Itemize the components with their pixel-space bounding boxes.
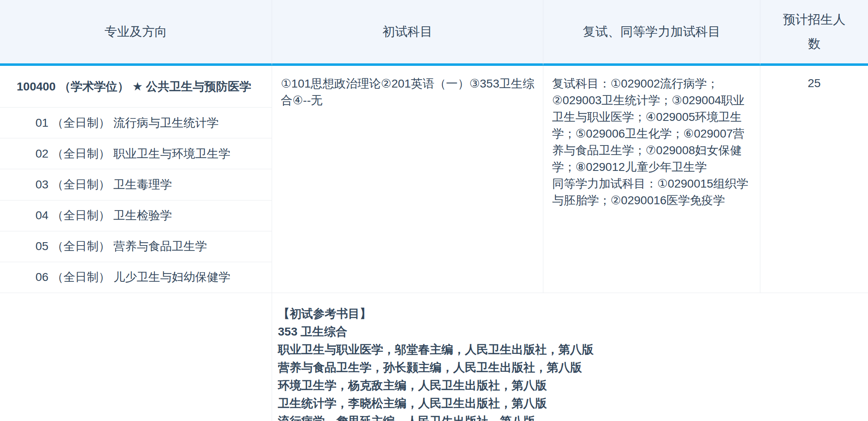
- direction-row-04: 04 （全日制） 卫生检验学: [0, 200, 272, 231]
- planned-enrollment-value: 25: [807, 77, 820, 90]
- table-body-row: 100400 （学术学位） ★ 公共卫生与预防医学 01 （全日制） 流行病与卫…: [0, 66, 868, 293]
- header-cell-initial-exam: 初试科目: [272, 0, 543, 66]
- program-title-row: 100400 （学术学位） ★ 公共卫生与预防医学: [0, 66, 272, 108]
- reference-book-line: 营养与食品卫生学，孙长颢主编，人民卫生出版社，第八版: [278, 358, 860, 376]
- reference-book-line: 流行病学，詹思延主编，人民卫生出版社，第八版。: [278, 412, 860, 421]
- header-cell-enrollment: 预计招生人数: [760, 0, 868, 66]
- reference-book-line: 环境卫生学，杨克敌主编，人民卫生出版社，第八版: [278, 376, 860, 394]
- reference-books-row: 【初试参考书目】 353 卫生综合 职业卫生与职业医学，邬堂春主编，人民卫生出版…: [0, 293, 868, 421]
- initial-exam-text: ①101思想政治理论②201英语（一）③353卫生综合④--无: [281, 75, 535, 109]
- reference-book-line: 卫生统计学，李晓松主编，人民卫生出版社，第八版: [278, 394, 860, 412]
- column-major-directions: 100400 （学术学位） ★ 公共卫生与预防医学 01 （全日制） 流行病与卫…: [0, 66, 272, 293]
- reference-books-cell: 【初试参考书目】 353 卫生综合 职业卫生与职业医学，邬堂春主编，人民卫生出版…: [272, 293, 868, 421]
- reference-books-subject: 353 卫生综合: [278, 323, 860, 341]
- direction-row-06: 06 （全日制） 儿少卫生与妇幼保健学: [0, 262, 272, 293]
- admissions-table-page: 专业及方向 初试科目 复试、同等学力加试科目 预计招生人数 100400 （学术…: [0, 0, 868, 421]
- reference-books-empty-cell: [0, 293, 272, 421]
- cell-planned-enrollment: 25: [760, 66, 868, 293]
- direction-row-02: 02 （全日制） 职业卫生与环境卫生学: [0, 138, 272, 169]
- equivalency-subjects-text: 同等学力加试科目：①0290015组织学与胚胎学；②0290016医学免疫学: [552, 175, 752, 209]
- header-cell-major: 专业及方向: [0, 0, 272, 66]
- header-cell-retest: 复试、同等学力加试科目: [543, 0, 760, 66]
- cell-retest-subjects: 复试科目：①029002流行病学；②029003卫生统计学；③029004职业卫…: [543, 66, 760, 293]
- table-header-row: 专业及方向 初试科目 复试、同等学力加试科目 预计招生人数: [0, 0, 868, 66]
- direction-row-03: 03 （全日制） 卫生毒理学: [0, 169, 272, 200]
- direction-row-05: 05 （全日制） 营养与食品卫生学: [0, 231, 272, 262]
- direction-row-01: 01 （全日制） 流行病与卫生统计学: [0, 108, 272, 138]
- retest-subjects-text: 复试科目：①029002流行病学；②029003卫生统计学；③029004职业卫…: [552, 75, 752, 175]
- reference-books-heading: 【初试参考书目】: [278, 305, 860, 323]
- cell-initial-exam-subjects: ①101思想政治理论②201英语（一）③353卫生综合④--无: [272, 66, 543, 293]
- reference-book-line: 职业卫生与职业医学，邬堂春主编，人民卫生出版社，第八版: [278, 341, 860, 358]
